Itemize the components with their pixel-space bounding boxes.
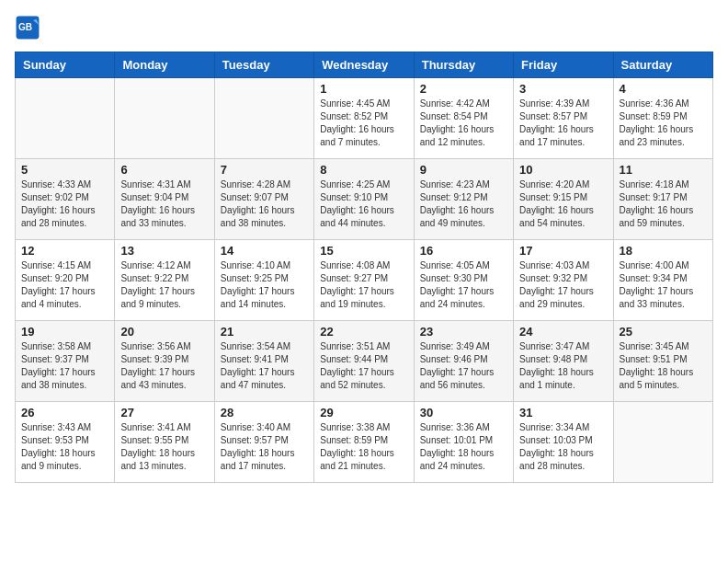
day-detail: Sunrise: 4:18 AMSunset: 9:17 PMDaylight:… (620, 178, 707, 230)
day-number: 14 (221, 244, 308, 258)
calendar-cell (613, 402, 712, 483)
day-number: 10 (519, 163, 607, 177)
day-number: 3 (519, 82, 607, 96)
calendar-cell: 12Sunrise: 4:15 AMSunset: 9:20 PMDayligh… (16, 240, 115, 321)
day-header-tuesday: Tuesday (214, 52, 313, 78)
day-detail: Sunrise: 4:39 AMSunset: 8:57 PMDaylight:… (519, 98, 607, 149)
day-header-thursday: Thursday (414, 52, 513, 78)
day-detail: Sunrise: 3:41 AMSunset: 9:55 PMDaylight:… (120, 421, 208, 473)
calendar-header-row: SundayMondayTuesdayWednesdayThursdayFrid… (16, 52, 713, 78)
day-number: 28 (221, 406, 308, 419)
calendar-cell: 26Sunrise: 3:43 AMSunset: 9:53 PMDayligh… (16, 402, 115, 483)
day-number: 8 (320, 163, 407, 177)
day-detail: Sunrise: 4:10 AMSunset: 9:25 PMDaylight:… (221, 259, 308, 311)
day-number: 27 (120, 406, 208, 419)
day-detail: Sunrise: 3:45 AMSunset: 9:51 PMDaylight:… (620, 340, 707, 392)
day-detail: Sunrise: 4:03 AMSunset: 9:32 PMDaylight:… (519, 259, 607, 311)
day-detail: Sunrise: 3:54 AMSunset: 9:41 PMDaylight:… (221, 340, 308, 392)
svg-text:GB: GB (18, 22, 32, 32)
calendar-cell: 27Sunrise: 3:41 AMSunset: 9:55 PMDayligh… (115, 402, 214, 483)
calendar-cell: 11Sunrise: 4:18 AMSunset: 9:17 PMDayligh… (613, 159, 712, 240)
calendar-cell: 25Sunrise: 3:45 AMSunset: 9:51 PMDayligh… (613, 321, 712, 402)
day-detail: Sunrise: 3:47 AMSunset: 9:48 PMDaylight:… (519, 340, 607, 392)
calendar-cell: 1Sunrise: 4:45 AMSunset: 8:52 PMDaylight… (314, 78, 414, 159)
day-number: 17 (519, 244, 607, 258)
day-detail: Sunrise: 4:33 AMSunset: 9:02 PMDaylight:… (21, 178, 108, 230)
day-number: 30 (420, 406, 507, 419)
calendar-cell: 24Sunrise: 3:47 AMSunset: 9:48 PMDayligh… (514, 321, 613, 402)
day-detail: Sunrise: 4:25 AMSunset: 9:10 PMDaylight:… (320, 178, 407, 230)
calendar-week-row: 26Sunrise: 3:43 AMSunset: 9:53 PMDayligh… (16, 402, 713, 483)
day-number: 12 (21, 244, 108, 258)
day-detail: Sunrise: 4:36 AMSunset: 8:59 PMDaylight:… (620, 98, 707, 149)
day-number: 19 (21, 325, 108, 339)
calendar-cell: 16Sunrise: 4:05 AMSunset: 9:30 PMDayligh… (414, 240, 513, 321)
page-header: GB (15, 15, 713, 40)
calendar-week-row: 19Sunrise: 3:58 AMSunset: 9:37 PMDayligh… (16, 321, 713, 402)
day-header-friday: Friday (514, 52, 613, 78)
calendar-cell: 14Sunrise: 4:10 AMSunset: 9:25 PMDayligh… (214, 240, 313, 321)
calendar-cell: 15Sunrise: 4:08 AMSunset: 9:27 PMDayligh… (314, 240, 414, 321)
calendar-cell (115, 78, 214, 159)
day-detail: Sunrise: 4:20 AMSunset: 9:15 PMDaylight:… (519, 178, 607, 230)
calendar-cell: 18Sunrise: 4:00 AMSunset: 9:34 PMDayligh… (613, 240, 712, 321)
day-number: 1 (320, 82, 407, 96)
day-detail: Sunrise: 3:34 AMSunset: 10:03 PMDaylight… (519, 421, 607, 473)
day-number: 29 (320, 406, 407, 419)
day-number: 13 (120, 244, 208, 258)
calendar-week-row: 1Sunrise: 4:45 AMSunset: 8:52 PMDaylight… (16, 78, 713, 159)
day-number: 26 (21, 406, 108, 419)
day-detail: Sunrise: 3:36 AMSunset: 10:01 PMDaylight… (420, 421, 507, 473)
day-number: 9 (420, 163, 507, 177)
day-detail: Sunrise: 3:38 AMSunset: 8:59 PMDaylight:… (320, 421, 407, 473)
day-header-saturday: Saturday (613, 52, 712, 78)
calendar-cell: 22Sunrise: 3:51 AMSunset: 9:44 PMDayligh… (314, 321, 414, 402)
day-number: 18 (620, 244, 707, 258)
day-detail: Sunrise: 4:23 AMSunset: 9:12 PMDaylight:… (420, 178, 507, 230)
day-detail: Sunrise: 4:15 AMSunset: 9:20 PMDaylight:… (21, 259, 108, 311)
day-detail: Sunrise: 4:12 AMSunset: 9:22 PMDaylight:… (120, 259, 208, 311)
calendar-cell (16, 78, 115, 159)
calendar-cell: 17Sunrise: 4:03 AMSunset: 9:32 PMDayligh… (514, 240, 613, 321)
calendar-cell: 19Sunrise: 3:58 AMSunset: 9:37 PMDayligh… (16, 321, 115, 402)
day-header-sunday: Sunday (16, 52, 115, 78)
day-number: 11 (620, 163, 707, 177)
day-number: 23 (420, 325, 507, 339)
day-detail: Sunrise: 4:31 AMSunset: 9:04 PMDaylight:… (120, 178, 208, 230)
calendar-cell: 21Sunrise: 3:54 AMSunset: 9:41 PMDayligh… (214, 321, 313, 402)
calendar-cell: 4Sunrise: 4:36 AMSunset: 8:59 PMDaylight… (613, 78, 712, 159)
day-detail: Sunrise: 4:45 AMSunset: 8:52 PMDaylight:… (320, 98, 407, 149)
calendar-cell (214, 78, 313, 159)
calendar-cell: 5Sunrise: 4:33 AMSunset: 9:02 PMDaylight… (16, 159, 115, 240)
day-number: 24 (519, 325, 607, 339)
logo: GB (15, 15, 44, 40)
calendar-cell: 8Sunrise: 4:25 AMSunset: 9:10 PMDaylight… (314, 159, 414, 240)
calendar-cell: 20Sunrise: 3:56 AMSunset: 9:39 PMDayligh… (115, 321, 214, 402)
day-detail: Sunrise: 3:49 AMSunset: 9:46 PMDaylight:… (420, 340, 507, 392)
calendar-cell: 29Sunrise: 3:38 AMSunset: 8:59 PMDayligh… (314, 402, 414, 483)
day-number: 16 (420, 244, 507, 258)
day-number: 2 (420, 82, 507, 96)
calendar-cell: 31Sunrise: 3:34 AMSunset: 10:03 PMDaylig… (514, 402, 613, 483)
day-detail: Sunrise: 3:58 AMSunset: 9:37 PMDaylight:… (21, 340, 108, 392)
day-detail: Sunrise: 4:00 AMSunset: 9:34 PMDaylight:… (620, 259, 707, 311)
day-detail: Sunrise: 3:56 AMSunset: 9:39 PMDaylight:… (120, 340, 208, 392)
logo-icon: GB (15, 15, 40, 40)
calendar-cell: 3Sunrise: 4:39 AMSunset: 8:57 PMDaylight… (514, 78, 613, 159)
day-number: 21 (221, 325, 308, 339)
day-number: 7 (221, 163, 308, 177)
day-number: 6 (120, 163, 208, 177)
day-detail: Sunrise: 4:05 AMSunset: 9:30 PMDaylight:… (420, 259, 507, 311)
calendar-week-row: 5Sunrise: 4:33 AMSunset: 9:02 PMDaylight… (16, 159, 713, 240)
calendar-cell: 2Sunrise: 4:42 AMSunset: 8:54 PMDaylight… (414, 78, 513, 159)
day-number: 25 (620, 325, 707, 339)
calendar-week-row: 12Sunrise: 4:15 AMSunset: 9:20 PMDayligh… (16, 240, 713, 321)
calendar-cell: 30Sunrise: 3:36 AMSunset: 10:01 PMDaylig… (414, 402, 513, 483)
day-number: 5 (21, 163, 108, 177)
day-number: 31 (519, 406, 607, 419)
day-detail: Sunrise: 3:43 AMSunset: 9:53 PMDaylight:… (21, 421, 108, 473)
calendar-cell: 6Sunrise: 4:31 AMSunset: 9:04 PMDaylight… (115, 159, 214, 240)
day-detail: Sunrise: 4:28 AMSunset: 9:07 PMDaylight:… (221, 178, 308, 230)
calendar-cell: 28Sunrise: 3:40 AMSunset: 9:57 PMDayligh… (214, 402, 313, 483)
day-header-wednesday: Wednesday (314, 52, 414, 78)
